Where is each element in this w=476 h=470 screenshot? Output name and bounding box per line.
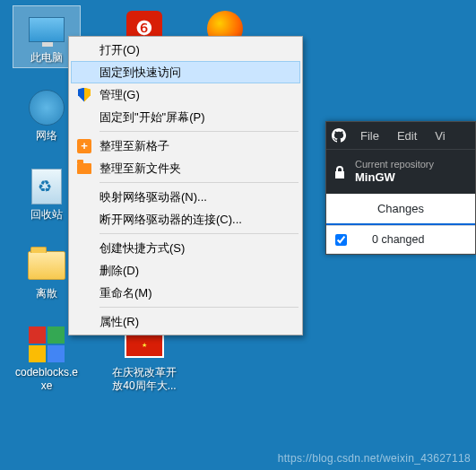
menu-item-disconnect-drive[interactable]: 断开网络驱动器的连接(C)... xyxy=(71,208,300,231)
tabs: Changes xyxy=(326,194,475,226)
menu-separator xyxy=(100,307,299,308)
icon-label: 网络 xyxy=(34,129,59,145)
menu-item-rename[interactable]: 重命名(M) xyxy=(71,282,300,304)
network-icon xyxy=(27,88,66,127)
menu-edit[interactable]: Edit xyxy=(388,129,426,143)
lock-icon xyxy=(333,165,346,179)
changed-count: 0 changed xyxy=(372,233,424,246)
github-desktop-window: File Edit Vi Current repository MinGW Ch… xyxy=(325,121,476,255)
menu-item-create-shortcut[interactable]: 创建快捷方式(S) xyxy=(71,237,300,259)
icon-label: 此电脑 xyxy=(29,51,65,67)
menu-file[interactable]: File xyxy=(351,129,388,143)
codeblocks-icon xyxy=(27,325,66,364)
repo-label: Current repository xyxy=(355,159,434,170)
menu-item-open[interactable]: 打开(O) xyxy=(71,39,300,61)
menu-item-pin-start[interactable]: 固定到"开始"屏幕(P) xyxy=(71,106,300,128)
changes-summary-row[interactable]: 0 changed xyxy=(326,226,475,254)
menu-item-delete[interactable]: 删除(D) xyxy=(71,259,300,282)
recycle-bin-icon xyxy=(27,167,66,206)
menu-item-sort-new-folder[interactable]: 整理至新文件夹 xyxy=(71,157,300,179)
menu-separator xyxy=(100,233,299,234)
repo-selector[interactable]: Current repository MinGW xyxy=(326,149,475,194)
menu-item-manage[interactable]: 管理(G) xyxy=(71,83,300,106)
computer-icon xyxy=(27,10,66,49)
repo-text: Current repository MinGW xyxy=(355,159,434,185)
icon-label: codeblocks.exe xyxy=(13,366,81,396)
context-menu: 打开(O) 固定到快速访问 管理(G) 固定到"开始"屏幕(P) + 整理至新格… xyxy=(68,36,303,335)
repo-name: MinGW xyxy=(355,170,434,185)
menu-separator xyxy=(100,182,299,183)
tab-changes[interactable]: Changes xyxy=(326,194,475,225)
menu-separator xyxy=(100,131,299,132)
menu-item-map-drive[interactable]: 映射网络驱动器(N)... xyxy=(71,186,300,208)
menu-item-properties[interactable]: 属性(R) xyxy=(71,310,300,333)
menu-view[interactable]: Vi xyxy=(426,129,454,143)
watermark-text: https://blog.csdn.net/weixin_43627118 xyxy=(278,452,471,465)
icon-label: 离散 xyxy=(34,287,59,303)
menu-item-sort-new-grid[interactable]: + 整理至新格子 xyxy=(71,135,300,157)
folder-icon xyxy=(76,161,92,177)
select-all-checkbox[interactable] xyxy=(335,234,347,246)
plus-icon: + xyxy=(76,138,92,154)
github-logo-icon xyxy=(326,128,351,143)
menu-item-pin-quick-access[interactable]: 固定到快速访问 xyxy=(71,61,300,83)
icon-label: 回收站 xyxy=(29,208,65,224)
menubar: File Edit Vi xyxy=(326,122,475,149)
folder-icon xyxy=(27,246,66,285)
icon-label: 在庆祝改革开放40周年大... xyxy=(110,366,178,396)
shield-icon xyxy=(76,87,92,103)
